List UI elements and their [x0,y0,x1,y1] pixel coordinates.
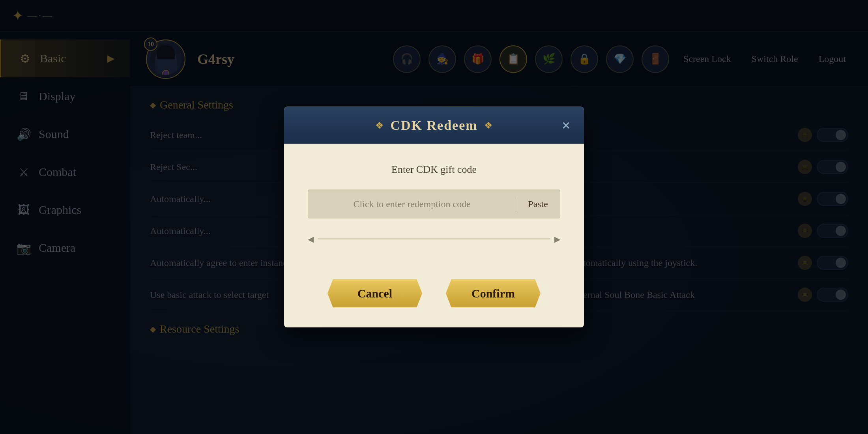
modal-title: CDK Redeem [390,118,477,133]
scroll-arrow-right: ▶ [554,234,560,244]
modal-footer: Cancel Confirm [284,271,584,327]
cancel-label: Cancel [357,287,392,300]
cdk-redeem-modal: ❖ CDK Redeem ❖ ✕ Enter CDK gift code Pas… [284,107,584,327]
close-icon: ✕ [561,119,571,132]
modal-deco-left: ❖ [375,120,384,131]
modal-header: ❖ CDK Redeem ❖ ✕ [284,107,584,144]
scroll-arrow-left: ◀ [308,234,314,244]
modal-body: Enter CDK gift code Paste ◀ ▶ [284,144,584,271]
confirm-label: Confirm [471,287,515,300]
confirm-button[interactable]: Confirm [446,279,541,308]
paste-button[interactable]: Paste [516,190,560,218]
modal-close-button[interactable]: ✕ [557,117,574,134]
cancel-button[interactable]: Cancel [327,279,422,308]
modal-input-wrap: Paste [308,190,560,219]
modal-instruction: Enter CDK gift code [308,164,560,176]
modal-deco-right: ❖ [484,120,493,131]
redemption-code-input[interactable] [308,190,516,218]
modal-scrollbar: ◀ ▶ [308,234,560,244]
scroll-track [318,239,550,239]
